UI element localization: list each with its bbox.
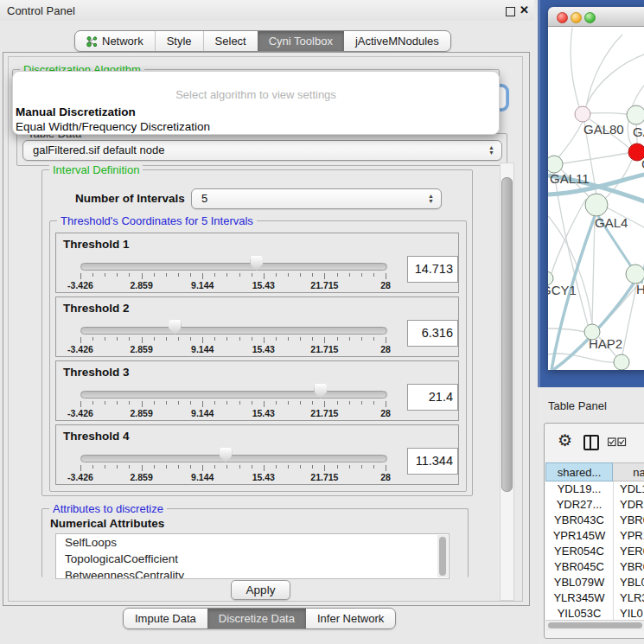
threshold-stack: Threshold 1 -3.4262.8599.14415.4321.7152… (55, 233, 459, 485)
settings-scrollbar-thumb[interactable] (501, 177, 513, 492)
network-node-gal4[interactable] (585, 194, 608, 216)
network-edge[interactable] (548, 354, 614, 362)
network-edge[interactable] (586, 52, 644, 105)
select-columns-checkboxes-icon[interactable] (608, 437, 627, 447)
tick-mark (288, 273, 289, 277)
network-node-h[interactable] (626, 265, 644, 284)
tick-label: 9.144 (191, 408, 214, 418)
network-edge[interactable] (590, 113, 627, 114)
network-edge[interactable] (548, 216, 592, 324)
slider-track[interactable] (80, 391, 387, 399)
network-node-gal80[interactable] (575, 106, 590, 122)
threshold-slider[interactable]: -3.4262.8599.14415.4321.71528 (80, 425, 386, 484)
tick-mark (142, 273, 143, 279)
tab-infer-network[interactable]: Infer Network (306, 609, 395, 628)
tick-mark (276, 401, 277, 405)
network-edge[interactable] (558, 122, 583, 157)
tick-label: 15.43 (252, 472, 275, 482)
tick-mark (190, 337, 191, 341)
column-header-name[interactable]: name (613, 462, 644, 481)
table-panel-title: Table Panel (548, 399, 607, 412)
network-edge[interactable] (552, 199, 586, 273)
interval-definition-legend: Interval Definition (49, 163, 143, 176)
settings-gear-icon[interactable]: ⚙ (558, 430, 572, 450)
slider-track[interactable] (80, 455, 387, 462)
table-hscrollbar-track[interactable] (545, 620, 644, 630)
tick-mark (190, 465, 191, 469)
tick-mark (361, 465, 362, 469)
network-node-ga[interactable] (627, 105, 644, 124)
minimize-traffic-light-icon[interactable] (571, 12, 582, 23)
tab-network[interactable]: Network (75, 31, 155, 51)
network-edge[interactable] (592, 216, 595, 324)
float-window-icon[interactable] (506, 7, 515, 16)
tick-mark (300, 465, 301, 469)
table-row[interactable]: YPR145WYPR1 (545, 528, 644, 544)
threshold-value-field[interactable]: 21.4 (407, 384, 458, 411)
close-icon[interactable]: ✕ (520, 3, 529, 16)
threshold-value-field[interactable]: 14.713 (407, 256, 458, 283)
control-panel-titlebar: Control Panel ✕ (0, 0, 534, 21)
column-header-shared-name[interactable]: shared... (545, 462, 613, 481)
numerical-attributes-list[interactable]: SelfLoops TopologicalCoefficient Between… (55, 533, 450, 579)
tick-mark (214, 337, 215, 341)
list-scrollbar-thumb[interactable] (439, 537, 446, 576)
network-edge[interactable] (548, 328, 585, 332)
number-of-intervals-combo[interactable]: 5 ▲▼ (191, 188, 442, 209)
apply-button[interactable]: Apply (231, 580, 290, 600)
split-columns-icon[interactable] (583, 435, 599, 450)
tick-mark (373, 337, 374, 341)
tab-jactivemnodules[interactable]: jActiveMNodules (344, 31, 450, 51)
popup-option-manual-discretization[interactable]: Manual Discretization (16, 105, 136, 118)
slider-track[interactable] (80, 263, 387, 271)
tab-discretize-data[interactable]: Discretize Data (207, 609, 306, 628)
tick-label: 21.715 (310, 408, 338, 418)
table-row[interactable]: YBR045CYBR0 (545, 559, 644, 575)
close-traffic-light-icon[interactable] (557, 12, 568, 23)
tick-mark (300, 401, 301, 405)
table-row[interactable]: YBL079WYBL0 (545, 575, 644, 590)
threshold-value-field[interactable]: 6.316 (407, 320, 458, 347)
slider-tick-labels: -3.4262.8599.14415.4321.71528 (80, 344, 386, 354)
threshold-slider[interactable]: -3.4262.8599.14415.4321.71528 (80, 233, 386, 292)
threshold-slider[interactable]: -3.4262.8599.14415.4321.71528 (80, 297, 386, 356)
attribute-list-item[interactable]: BetweennessCentrality (56, 567, 449, 579)
network-edge[interactable] (571, 28, 579, 107)
network-node-label: GA (633, 124, 644, 139)
table-row[interactable]: YLR345WYLR3 (545, 590, 644, 606)
cell-name: YER0 (613, 544, 644, 559)
zoom-traffic-light-icon[interactable] (584, 12, 596, 23)
cell-shared-name: YDL19... (545, 481, 613, 497)
attribute-list-item[interactable]: TopologicalCoefficient (56, 551, 449, 567)
network-canvas[interactable]: GAL80GACGAL11GAL4GCY1HHAP2 (548, 27, 644, 370)
network-node[interactable] (614, 354, 629, 370)
table-rows: YDL19...YDL1 YDR27...YDR2 YBR043CYBR0 YP… (545, 481, 644, 622)
network-window-titlebar[interactable] (548, 7, 644, 27)
network-node-gal11[interactable] (548, 156, 563, 173)
tab-select[interactable]: Select (203, 31, 258, 51)
slider-track[interactable] (80, 327, 387, 335)
table-data-combo[interactable]: galFiltered.sif default node ▲▼ (22, 140, 502, 161)
threshold-slider[interactable]: -3.4262.8599.14415.4321.71528 (80, 361, 386, 420)
tick-mark (190, 273, 191, 277)
attribute-list-item[interactable]: SelfLoops (56, 534, 449, 551)
tick-mark (202, 401, 203, 407)
popup-option-equal-width-frequency[interactable]: Equal Width/Frequency Discretization (16, 120, 210, 133)
cell-name: YPR1 (613, 528, 644, 544)
number-of-intervals-value: 5 (201, 192, 207, 205)
network-edge[interactable] (563, 153, 628, 163)
tab-style[interactable]: Style (155, 31, 203, 51)
tick-mark (129, 337, 130, 341)
tick-label: 21.715 (310, 280, 338, 290)
table-row[interactable]: YDR27...YDR2 (545, 497, 644, 513)
table-row[interactable]: YBR043CYBR0 (545, 513, 644, 528)
tab-cyni-toolbox[interactable]: Cyni Toolbox (258, 31, 344, 51)
table-row[interactable]: YDL19...YDL1 (545, 481, 644, 497)
tab-impute-data[interactable]: Impute Data (124, 609, 207, 628)
list-scrollbar-track[interactable] (437, 535, 448, 577)
table-row[interactable]: YER054CYER0 (545, 544, 644, 559)
cell-shared-name: YLR345W (545, 590, 613, 606)
threshold-value-field[interactable]: 11.344 (407, 448, 458, 475)
table-hscrollbar-thumb[interactable] (548, 622, 642, 628)
tick-label: 15.43 (252, 280, 275, 290)
